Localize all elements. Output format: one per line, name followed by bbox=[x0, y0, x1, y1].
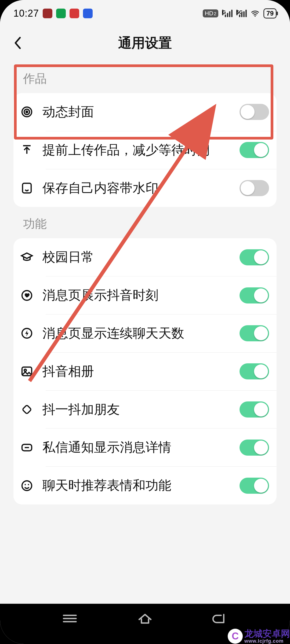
hd-badge: HD2 bbox=[203, 9, 219, 17]
toggle-emoji-suggest[interactable] bbox=[240, 478, 269, 494]
row-emoji-suggest[interactable]: 聊天时推荐表情和功能 bbox=[13, 467, 277, 504]
row-album[interactable]: 抖音相册 bbox=[13, 353, 277, 390]
toggle-chat-streak[interactable] bbox=[240, 325, 269, 341]
status-app-icon-3 bbox=[70, 9, 79, 18]
section-title-works: 作品 bbox=[0, 62, 290, 93]
status-time: 10:27 bbox=[13, 8, 39, 19]
svg-point-8 bbox=[24, 369, 26, 371]
svg-point-11 bbox=[22, 481, 32, 491]
row-label: 抖音相册 bbox=[42, 363, 231, 380]
row-label: 提前上传作品，减少等待时间 bbox=[42, 141, 231, 159]
status-right: HD2 G 5G 79 bbox=[203, 8, 277, 19]
toggle-dm-detail[interactable] bbox=[240, 440, 269, 456]
nav-home-button[interactable] bbox=[136, 612, 154, 626]
card-features: 校园日常 消息页展示抖音时刻 消息页显示连续聊天天数 抖音相册 bbox=[13, 238, 277, 504]
row-chat-streak[interactable]: 消息页显示连续聊天天数 bbox=[13, 314, 277, 352]
emoji-icon bbox=[19, 478, 34, 493]
status-app-icon-1 bbox=[43, 9, 52, 18]
battery-indicator: 79 bbox=[263, 8, 277, 19]
svg-point-0 bbox=[255, 16, 256, 17]
row-save-watermark[interactable]: 保存自己内容带水印 bbox=[13, 169, 277, 207]
row-label: 消息页显示连续聊天天数 bbox=[42, 325, 231, 342]
save-icon bbox=[19, 181, 34, 196]
row-label: 校园日常 bbox=[42, 248, 231, 266]
back-button[interactable] bbox=[10, 35, 26, 51]
lightning-icon bbox=[19, 326, 34, 341]
upload-icon bbox=[19, 142, 34, 158]
message-detail-icon bbox=[19, 440, 34, 455]
signal-1: G bbox=[222, 10, 233, 17]
svg-point-13 bbox=[28, 484, 29, 485]
row-campus[interactable]: 校园日常 bbox=[13, 238, 277, 276]
card-works: 动态封面 提前上传作品，减少等待时间 保存自己内容带水印 bbox=[13, 93, 277, 207]
status-app-icon-2 bbox=[56, 9, 66, 18]
row-dm-detail[interactable]: 私信通知显示消息详情 bbox=[13, 429, 277, 466]
wifi-icon bbox=[251, 9, 260, 18]
toggle-dynamic-cover[interactable] bbox=[240, 104, 269, 120]
shake-icon bbox=[19, 402, 34, 417]
row-label: 消息页展示抖音时刻 bbox=[42, 287, 231, 304]
row-label: 动态封面 bbox=[42, 103, 231, 121]
page-title: 通用设置 bbox=[118, 34, 172, 52]
watermark: C 龙城安卓网 www.lcjrfg.com bbox=[228, 629, 290, 644]
watermark-sub: www.lcjrfg.com bbox=[244, 639, 290, 644]
svg-rect-9 bbox=[22, 405, 31, 414]
toggle-album[interactable] bbox=[240, 363, 269, 379]
toggle-save-watermark[interactable] bbox=[240, 180, 269, 196]
chevron-left-icon bbox=[13, 36, 22, 50]
row-label: 聊天时推荐表情和功能 bbox=[42, 477, 231, 494]
signal-2: 5G bbox=[236, 10, 247, 17]
row-label: 保存自己内容带水印 bbox=[42, 180, 231, 197]
graduation-icon bbox=[19, 250, 34, 265]
toggle-preupload[interactable] bbox=[240, 142, 269, 158]
watermark-main: 龙城安卓网 bbox=[244, 629, 290, 639]
status-bar: 10:27 HD2 G 5G 79 bbox=[0, 0, 290, 24]
photo-icon bbox=[19, 364, 34, 379]
target-icon bbox=[19, 104, 34, 119]
watermark-logo: C bbox=[228, 629, 243, 644]
toggle-shake[interactable] bbox=[240, 401, 269, 418]
section-title-features: 功能 bbox=[0, 207, 290, 238]
row-label: 抖一抖加朋友 bbox=[42, 401, 231, 418]
svg-rect-4 bbox=[23, 183, 31, 193]
row-moments[interactable]: 消息页展示抖音时刻 bbox=[13, 276, 277, 314]
svg-point-12 bbox=[25, 484, 26, 485]
toggle-moments[interactable] bbox=[240, 287, 269, 303]
title-bar: 通用设置 bbox=[0, 24, 290, 62]
row-dynamic-cover[interactable]: 动态封面 bbox=[13, 93, 277, 131]
nav-back-button[interactable] bbox=[211, 612, 230, 626]
row-label: 私信通知显示消息详情 bbox=[42, 439, 231, 456]
row-preupload[interactable]: 提前上传作品，减少等待时间 bbox=[13, 131, 277, 169]
toggle-campus[interactable] bbox=[240, 249, 269, 265]
row-shake[interactable]: 抖一抖加朋友 bbox=[13, 391, 277, 429]
status-left: 10:27 bbox=[13, 8, 93, 19]
heart-circle-icon bbox=[19, 288, 34, 303]
nav-recents-button[interactable] bbox=[60, 612, 79, 626]
status-app-icon-4 bbox=[83, 9, 93, 18]
svg-point-3 bbox=[26, 111, 28, 113]
